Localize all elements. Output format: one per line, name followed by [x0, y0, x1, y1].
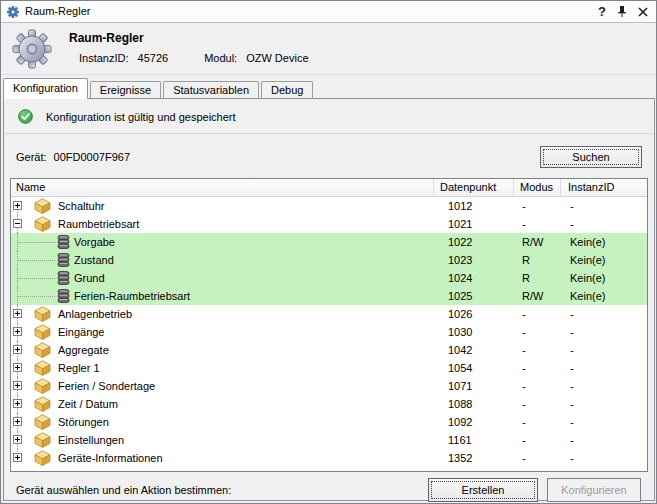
- cell-modus: -: [514, 431, 561, 449]
- row-name-label: Eingänge: [58, 323, 105, 341]
- column-header-name[interactable]: Name: [11, 179, 434, 196]
- tree-expand-toggle[interactable]: [13, 381, 22, 390]
- cell-modus: R/W: [514, 287, 561, 305]
- tab-debug[interactable]: Debug: [261, 81, 313, 98]
- room-controller-window: Raum-Regler ?: [0, 0, 657, 504]
- table-row[interactable]: Regler 1 1054 - -: [11, 359, 647, 377]
- tree-connector-hstub: [18, 260, 55, 261]
- row-name-label: Geräte-Informationen: [58, 449, 163, 467]
- datapoint-icon: [57, 271, 70, 287]
- table-row[interactable]: Eingänge 1030 - -: [11, 323, 647, 341]
- table-row[interactable]: Ferien / Sondertage 1071 - -: [11, 377, 647, 395]
- row-name-label: Schaltuhr: [58, 197, 104, 215]
- modul-value: OZW Device: [246, 52, 308, 64]
- row-name-label: Zustand: [74, 251, 114, 269]
- tree-expand-toggle[interactable]: [13, 417, 22, 426]
- tree-cell-name: Einstellungen: [11, 431, 434, 449]
- cell-modus: -: [514, 377, 561, 395]
- tree-cell-name: Ferien-Raumbetriebsart: [11, 287, 434, 305]
- table-row[interactable]: Raumbetriebsart 1021 - -: [11, 215, 647, 233]
- cell-datenpunkt: 1030: [434, 323, 514, 341]
- tree-connector-hstub: [18, 296, 55, 297]
- tree-expand-toggle[interactable]: [13, 201, 22, 210]
- device-gear-icon: [12, 29, 52, 71]
- window-title: Raum-Regler: [25, 1, 90, 22]
- tree-expand-toggle[interactable]: [13, 345, 22, 354]
- help-button[interactable]: ?: [598, 4, 606, 20]
- row-name-label: Aggregate: [58, 341, 109, 359]
- tree-cell-name: Aggregate: [11, 341, 434, 359]
- package-icon: [34, 432, 51, 450]
- tab-ereignisse[interactable]: Ereignisse: [90, 81, 161, 98]
- column-header-modus[interactable]: Modus: [514, 179, 561, 196]
- column-header-datenpunkt[interactable]: Datenpunkt: [434, 179, 514, 196]
- close-button[interactable]: [638, 4, 648, 20]
- cell-modus: -: [514, 341, 561, 359]
- cell-datenpunkt: 1092: [434, 413, 514, 431]
- cell-datenpunkt: 1352: [434, 449, 514, 467]
- cell-datenpunkt: 1054: [434, 359, 514, 377]
- tree-expand-toggle[interactable]: [13, 363, 22, 372]
- cell-datenpunkt: 1022: [434, 233, 514, 251]
- table-row[interactable]: Zustand 1023 R Kein(e): [11, 251, 647, 269]
- cell-datenpunkt: 1088: [434, 395, 514, 413]
- suchen-button[interactable]: Suchen: [540, 146, 642, 168]
- package-icon: [34, 396, 51, 414]
- cell-datenpunkt: 1026: [434, 305, 514, 323]
- pin-button[interactable]: [617, 4, 627, 20]
- row-name-label: Ferien-Raumbetriebsart: [74, 287, 190, 305]
- cell-modus: -: [514, 359, 561, 377]
- cell-modus: -: [514, 449, 561, 467]
- status-separator: [4, 133, 654, 134]
- package-icon: [34, 360, 51, 378]
- cell-instanzid: Kein(e): [561, 269, 647, 287]
- cell-modus: -: [514, 197, 561, 215]
- row-name-label: Anlagenbetrieb: [58, 305, 132, 323]
- tree-expand-toggle[interactable]: [13, 435, 22, 444]
- table-row[interactable]: Aggregate 1042 - -: [11, 341, 647, 359]
- tree-expand-toggle[interactable]: [13, 453, 22, 462]
- tab-statusvariablen[interactable]: Statusvariablen: [163, 81, 259, 98]
- tree-cell-name: Ferien / Sondertage: [11, 377, 434, 395]
- instanzid-value: 45726: [138, 52, 169, 64]
- tab-konfiguration[interactable]: Konfiguration: [3, 78, 88, 99]
- tree-expand-toggle[interactable]: [13, 219, 22, 228]
- cell-instanzid: -: [561, 377, 647, 395]
- modul-label: Modul:: [204, 52, 237, 64]
- table-row[interactable]: Störungen 1092 - -: [11, 413, 647, 431]
- package-icon: [34, 414, 51, 432]
- tree-cell-name: Raumbetriebsart: [11, 215, 434, 233]
- tree-expand-toggle[interactable]: [13, 327, 22, 336]
- device-info-line: InstanzID: 45726 Modul: OZW Device: [79, 52, 309, 64]
- table-row[interactable]: Zeit / Datum 1088 - -: [11, 395, 647, 413]
- column-header-instanzid[interactable]: InstanzID: [561, 179, 647, 196]
- tree-cell-name: Regler 1: [11, 359, 434, 377]
- cell-modus: -: [514, 323, 561, 341]
- table-row[interactable]: Ferien-Raumbetriebsart 1025 R/W Kein(e): [11, 287, 647, 305]
- table-row[interactable]: Geräte-Informationen 1352 - -: [11, 449, 647, 467]
- table-row[interactable]: Schaltuhr 1012 - -: [11, 197, 647, 215]
- package-icon: [34, 378, 51, 396]
- datapoint-table: Name Datenpunkt Modus InstanzID Schaltuh…: [10, 178, 648, 472]
- cell-modus: -: [514, 215, 561, 233]
- cell-datenpunkt: 1042: [434, 341, 514, 359]
- package-icon: [34, 306, 51, 324]
- tab-strip: Konfiguration Ereignisse Statusvariablen…: [3, 78, 315, 99]
- tree-expand-toggle[interactable]: [13, 399, 22, 408]
- cell-datenpunkt: 1025: [434, 287, 514, 305]
- erstellen-button[interactable]: Erstellen: [428, 478, 538, 502]
- cell-datenpunkt: 1161: [434, 431, 514, 449]
- table-row[interactable]: Einstellungen 1161 - -: [11, 431, 647, 449]
- cell-modus: R: [514, 251, 561, 269]
- tree-expand-toggle[interactable]: [13, 309, 22, 318]
- cell-instanzid: -: [561, 215, 647, 233]
- cell-modus: -: [514, 413, 561, 431]
- table-row[interactable]: Grund 1024 R Kein(e): [11, 269, 647, 287]
- cell-datenpunkt: 1024: [434, 269, 514, 287]
- tree-cell-name: Grund: [11, 269, 434, 287]
- cell-datenpunkt: 1071: [434, 377, 514, 395]
- row-name-label: Raumbetriebsart: [58, 215, 139, 233]
- table-row[interactable]: Anlagenbetrieb 1026 - -: [11, 305, 647, 323]
- tree-cell-name: Schaltuhr: [11, 197, 434, 215]
- table-row[interactable]: Vorgabe 1022 R/W Kein(e): [11, 233, 647, 251]
